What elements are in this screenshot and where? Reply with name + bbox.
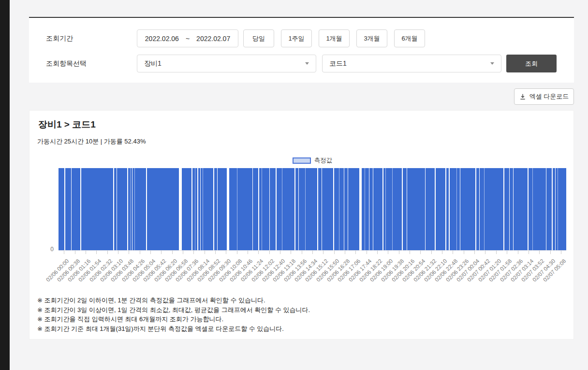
x-axis-tick bbox=[420, 251, 421, 254]
period-label: 조회기간 bbox=[46, 34, 73, 43]
off-gap bbox=[203, 168, 203, 250]
x-axis-tick bbox=[107, 251, 108, 254]
quick-button-6month[interactable]: 6개월 bbox=[394, 29, 425, 47]
x-axis-tick bbox=[226, 251, 226, 254]
x-axis-tick bbox=[205, 251, 205, 254]
search-button[interactable]: 조회 bbox=[506, 55, 557, 72]
off-gap bbox=[435, 168, 436, 250]
x-axis-tick bbox=[539, 251, 540, 254]
x-axis-tick bbox=[75, 251, 75, 254]
off-gap bbox=[369, 168, 369, 250]
date-range-input[interactable]: 2022.02.06 ~ 2022.02.07 bbox=[137, 29, 238, 47]
off-gap bbox=[513, 168, 514, 250]
excel-download-button[interactable]: 엑셀 다운로드 bbox=[514, 88, 574, 105]
off-gap bbox=[179, 168, 182, 250]
filter-panel: 조회기간 2022.02.06 ~ 2022.02.07 당일 1주일 1개월 … bbox=[29, 17, 574, 83]
x-axis-tick bbox=[172, 251, 173, 254]
x-axis-tick bbox=[334, 251, 335, 254]
x-axis-tick bbox=[269, 251, 270, 254]
x-axis-tick bbox=[442, 251, 442, 254]
off-gap bbox=[276, 168, 277, 250]
off-gap bbox=[407, 168, 407, 250]
off-gap bbox=[402, 168, 403, 250]
off-gap bbox=[322, 168, 322, 250]
off-gap bbox=[305, 168, 306, 250]
x-axis-tick bbox=[431, 251, 432, 254]
code-select-value: 코드1 bbox=[329, 59, 347, 68]
uptime-summary: 가동시간 25시간 10분 | 가동률 52.43% bbox=[37, 137, 146, 146]
quick-button-1week[interactable]: 1주일 bbox=[281, 29, 312, 47]
off-gap bbox=[339, 168, 339, 250]
off-gap bbox=[252, 168, 253, 250]
x-axis-tick bbox=[291, 251, 291, 254]
x-axis-tick bbox=[367, 251, 367, 254]
off-gap bbox=[237, 168, 237, 250]
footnotes: ※ 조회기간이 2일 이하이면, 1분 간격의 측정값을 그래프에서 확인할 수… bbox=[37, 296, 310, 334]
x-axis-tick bbox=[453, 251, 453, 254]
x-axis-tick bbox=[518, 251, 518, 254]
off-gap bbox=[258, 168, 259, 250]
code-select[interactable]: 코드1 bbox=[322, 55, 501, 72]
x-axis-tick bbox=[388, 251, 388, 254]
off-gap bbox=[200, 168, 201, 250]
quick-button-3month[interactable]: 3개월 bbox=[356, 29, 387, 47]
x-axis-tick bbox=[140, 251, 140, 254]
quick-button-1month[interactable]: 1개월 bbox=[319, 29, 350, 47]
x-axis-tick bbox=[550, 251, 551, 254]
off-gap bbox=[528, 168, 529, 250]
x-axis-tick bbox=[529, 251, 529, 254]
x-axis-tick bbox=[118, 251, 118, 254]
off-gap bbox=[195, 168, 195, 250]
off-gap bbox=[445, 168, 446, 250]
off-gap bbox=[552, 168, 553, 250]
chart-plot: 02/06 00:0002/06 00:3802/06 01:1602/06 0… bbox=[59, 168, 566, 250]
off-gap bbox=[227, 168, 229, 250]
report-panel: 장비1 > 코드1 가동시간 25시간 10분 | 가동률 52.43% 측정값… bbox=[29, 110, 574, 340]
chevron-down-icon bbox=[490, 62, 494, 65]
x-axis-tick bbox=[161, 251, 162, 254]
filter-period-row: 조회기간 2022.02.06 ~ 2022.02.07 당일 1주일 1개월 … bbox=[29, 29, 574, 47]
off-gap bbox=[484, 168, 485, 250]
off-gap bbox=[532, 168, 533, 250]
chart-legend: 측정값 bbox=[59, 157, 566, 165]
x-axis-tick bbox=[150, 251, 151, 254]
off-gap bbox=[546, 168, 546, 250]
x-axis-tick bbox=[410, 251, 410, 254]
x-axis-tick bbox=[377, 251, 378, 254]
quick-button-today[interactable]: 당일 bbox=[243, 29, 274, 47]
off-gap bbox=[449, 168, 450, 250]
x-axis-tick bbox=[86, 251, 86, 254]
off-gap bbox=[197, 168, 198, 250]
off-gap bbox=[425, 168, 426, 250]
x-axis-tick bbox=[258, 251, 259, 254]
off-gap bbox=[558, 168, 558, 250]
off-gap bbox=[113, 168, 114, 250]
off-gap bbox=[217, 168, 218, 250]
x-axis-tick bbox=[302, 251, 302, 254]
bars bbox=[59, 168, 566, 250]
off-gap bbox=[555, 168, 556, 250]
y-axis-zero-label: 0 bbox=[42, 246, 54, 253]
off-gap bbox=[373, 168, 373, 250]
off-gap bbox=[282, 168, 282, 250]
chevron-down-icon bbox=[305, 62, 309, 65]
off-gap bbox=[132, 168, 132, 250]
x-axis-tick bbox=[280, 251, 280, 254]
x-axis-tick bbox=[323, 251, 323, 254]
off-gap bbox=[382, 168, 383, 250]
off-gap bbox=[392, 168, 393, 250]
footnote-line: ※ 조회기간 기준 최대 1개월(31일)까지 분단위 측정값을 엑셀로 다운로… bbox=[37, 324, 310, 334]
date-separator: ~ bbox=[186, 35, 190, 43]
off-gap bbox=[503, 168, 504, 250]
off-gap bbox=[146, 168, 147, 250]
x-axis-tick bbox=[96, 251, 97, 254]
off-gap bbox=[80, 168, 81, 250]
x-axis-tick bbox=[464, 251, 464, 254]
off-gap bbox=[294, 168, 295, 250]
off-gap bbox=[134, 168, 135, 250]
off-gap bbox=[71, 168, 72, 250]
equipment-select[interactable]: 장비1 bbox=[137, 55, 316, 72]
date-from-value: 2022.02.06 bbox=[145, 35, 179, 43]
off-gap bbox=[269, 168, 270, 250]
off-gap bbox=[64, 168, 65, 250]
